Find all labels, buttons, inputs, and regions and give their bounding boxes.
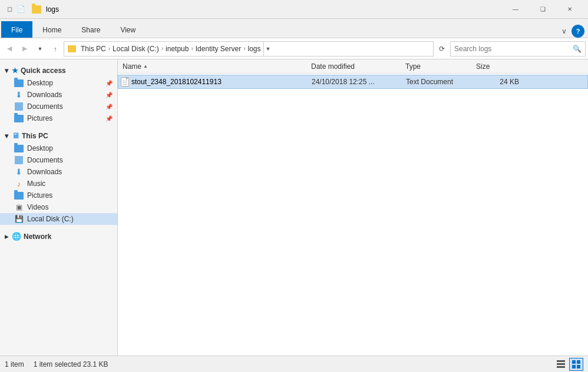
sidebar-item-localdisk-pc-label: Local Disk (C:) bbox=[27, 215, 74, 223]
svg-rect-3 bbox=[572, 360, 576, 364]
content-area: Name ▲ Date modified Type Size bbox=[118, 59, 588, 356]
sidebar-item-pictures-pc[interactable]: Pictures bbox=[0, 190, 117, 201]
pc-download-arrow-icon: ⬇ bbox=[15, 167, 22, 177]
help-button[interactable]: ? bbox=[572, 25, 584, 38]
quickaccess-label: Quick access bbox=[21, 67, 66, 75]
recent-locations-button[interactable]: ▼ bbox=[33, 41, 47, 57]
tab-file[interactable]: File bbox=[1, 21, 32, 38]
item-count: 1 item bbox=[5, 360, 24, 368]
sidebar-item-downloads-pc[interactable]: ⬇ Downloads bbox=[0, 166, 117, 178]
title-bar: ◻ 📄 logs — ❑ ✕ bbox=[0, 0, 588, 19]
ribbon-expand-button[interactable]: ∨ bbox=[557, 25, 572, 38]
up-button[interactable]: ↑ bbox=[48, 41, 62, 57]
pc-videos-icon: ▣ bbox=[14, 203, 24, 211]
sidebar: ▾ ★ Quick access Desktop 📌 ⬇ Downloads 📌 bbox=[0, 59, 118, 356]
path-folder-icon bbox=[68, 45, 76, 52]
pc-pictures-icon bbox=[14, 191, 24, 200]
path-arrow-1: › bbox=[108, 45, 110, 52]
view-toggle-buttons bbox=[554, 358, 583, 371]
tab-view[interactable]: View bbox=[110, 21, 146, 38]
documents-icon bbox=[14, 102, 24, 111]
sort-arrow-icon: ▲ bbox=[143, 64, 148, 69]
sidebar-section-thispc: ▾ 🖥 This PC Desktop Documents ⬇ bbox=[0, 129, 117, 225]
sidebar-item-desktop-pc[interactable]: Desktop bbox=[0, 142, 117, 154]
main-layout: ▾ ★ Quick access Desktop 📌 ⬇ Downloads 📌 bbox=[0, 59, 588, 356]
drive-icon: 💾 bbox=[15, 215, 24, 223]
path-segment-inetpub[interactable]: inetpub bbox=[164, 44, 190, 54]
pc-downloads-icon: ⬇ bbox=[14, 168, 24, 176]
col-header-type[interactable]: Type bbox=[403, 62, 474, 71]
search-box[interactable]: 🔍 bbox=[450, 41, 586, 57]
col-header-name[interactable]: Name ▲ bbox=[120, 62, 309, 71]
system-icon: ◻ bbox=[5, 5, 14, 14]
restore-button[interactable]: ❑ bbox=[529, 0, 556, 19]
sidebar-item-localdisk-pc[interactable]: 💾 Local Disk (C:) bbox=[0, 213, 117, 225]
path-dropdown-button[interactable]: ▼ bbox=[263, 41, 273, 57]
refresh-button[interactable]: ⟳ bbox=[435, 41, 449, 57]
file-name-cell: stout_2348_2018102411913 bbox=[121, 77, 309, 87]
address-path[interactable]: This PC › Local Disk (C:) › inetpub › Id… bbox=[64, 41, 434, 57]
pin-icon-pictures: 📌 bbox=[105, 115, 113, 122]
path-arrow-4: › bbox=[243, 45, 245, 52]
sidebar-item-pictures-qa-label: Pictures bbox=[27, 114, 52, 122]
details-view-button[interactable] bbox=[554, 358, 568, 371]
sidebar-item-desktop-qa-label: Desktop bbox=[27, 79, 53, 87]
pc-music-icon: ♪ bbox=[14, 180, 24, 188]
large-icons-view-button[interactable] bbox=[569, 358, 583, 371]
sidebar-item-pictures-pc-label: Pictures bbox=[27, 191, 52, 200]
download-arrow-icon: ⬇ bbox=[15, 90, 22, 99]
tab-home[interactable]: Home bbox=[32, 21, 71, 38]
sidebar-item-desktop-pc-label: Desktop bbox=[27, 144, 53, 152]
folder-icon bbox=[32, 5, 41, 14]
sidebar-item-downloads-pc-label: Downloads bbox=[27, 168, 62, 176]
file-icon: 📄 bbox=[16, 5, 26, 14]
network-arrow-icon: ▸ bbox=[5, 232, 8, 241]
svg-rect-1 bbox=[557, 363, 565, 365]
svg-rect-2 bbox=[557, 366, 565, 368]
quickaccess-star-icon: ★ bbox=[12, 67, 18, 75]
minimize-button[interactable]: — bbox=[502, 0, 529, 19]
table-row[interactable]: stout_2348_2018102411913 24/10/2018 12:2… bbox=[118, 75, 588, 89]
sidebar-item-documents-qa[interactable]: Documents 📌 bbox=[0, 101, 117, 112]
sidebar-item-pictures-qa[interactable]: Pictures 📌 bbox=[0, 112, 117, 124]
window-title: logs bbox=[46, 5, 502, 14]
sidebar-item-documents-pc[interactable]: Documents bbox=[0, 154, 117, 166]
sidebar-header-thispc[interactable]: ▾ 🖥 This PC bbox=[0, 129, 117, 142]
sidebar-section-network: ▸ 🌐 Network bbox=[0, 230, 117, 243]
network-label: Network bbox=[24, 232, 51, 241]
column-headers: Name ▲ Date modified Type Size bbox=[118, 59, 588, 74]
forward-button[interactable]: ▶ bbox=[18, 41, 32, 57]
svg-rect-4 bbox=[577, 360, 580, 364]
sidebar-item-videos-pc[interactable]: ▣ Videos bbox=[0, 201, 117, 213]
path-segment-thispc[interactable]: This PC bbox=[80, 44, 107, 54]
file-date-cell: 24/10/2018 12:25 ... bbox=[309, 78, 404, 86]
close-button[interactable]: ✕ bbox=[556, 0, 583, 19]
network-icon: 🌐 bbox=[12, 232, 21, 241]
tab-share[interactable]: Share bbox=[71, 21, 110, 38]
sidebar-item-documents-qa-label: Documents bbox=[27, 102, 63, 111]
search-icon[interactable]: 🔍 bbox=[573, 45, 582, 53]
col-header-date[interactable]: Date modified bbox=[309, 62, 403, 71]
pin-icon-documents: 📌 bbox=[105, 104, 113, 110]
sidebar-header-network[interactable]: ▸ 🌐 Network bbox=[0, 230, 117, 243]
svg-rect-5 bbox=[572, 365, 576, 368]
path-arrow-3: › bbox=[191, 45, 193, 52]
svg-rect-6 bbox=[577, 365, 580, 368]
sidebar-item-music-pc-label: Music bbox=[27, 180, 45, 188]
pin-icon-downloads: 📌 bbox=[105, 92, 113, 98]
downloads-icon: ⬇ bbox=[14, 91, 24, 99]
path-segment-identityserver[interactable]: Identity Server bbox=[194, 44, 242, 54]
path-segment-localdisk[interactable]: Local Disk (C:) bbox=[111, 44, 160, 54]
sidebar-item-desktop-qa[interactable]: Desktop 📌 bbox=[0, 77, 117, 89]
quickaccess-arrow-icon: ▾ bbox=[5, 67, 8, 75]
sidebar-item-music-pc[interactable]: ♪ Music bbox=[0, 178, 117, 190]
path-segment-logs[interactable]: logs bbox=[247, 44, 262, 54]
back-button[interactable]: ◀ bbox=[2, 41, 16, 57]
search-input[interactable] bbox=[454, 45, 573, 53]
selection-info: 1 item selected 23.1 KB bbox=[34, 360, 108, 368]
pin-icon-desktop: 📌 bbox=[105, 80, 113, 87]
col-header-size[interactable]: Size bbox=[474, 62, 521, 71]
sidebar-item-downloads-qa[interactable]: ⬇ Downloads 📌 bbox=[0, 89, 117, 101]
sidebar-header-quickaccess[interactable]: ▾ ★ Quick access bbox=[0, 64, 117, 77]
pictures-icon bbox=[14, 114, 24, 122]
